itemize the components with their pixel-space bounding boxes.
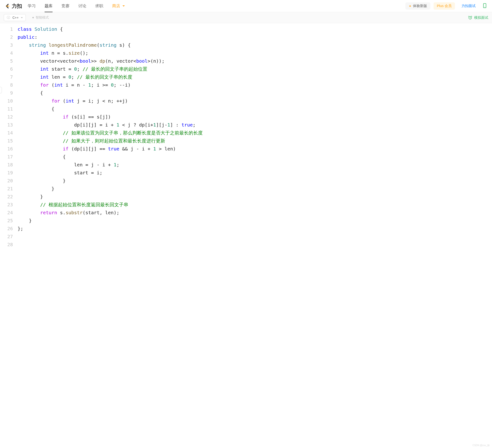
new-version-label: 体验新版	[413, 4, 427, 8]
chevron-down-icon	[21, 17, 23, 18]
smart-mode-indicator[interactable]: 智能模式	[32, 15, 49, 20]
code-line[interactable]: for (int j = i; j < n; ++j)	[18, 97, 492, 105]
line-number: 16	[0, 145, 13, 153]
leetcode-logo-icon	[5, 3, 10, 9]
interview-button[interactable]: 力扣面试	[458, 2, 479, 10]
line-number: 7	[0, 73, 13, 81]
line-number: 24	[0, 209, 13, 217]
new-version-button[interactable]: ✦ 体验新版	[405, 2, 430, 10]
panel-expand-handle[interactable]	[0, 87, 2, 94]
alarm-clock-icon	[468, 15, 472, 20]
code-line[interactable]: string longestPalindrome(string s) {	[18, 41, 492, 49]
line-number: 4	[0, 49, 13, 57]
mock-interview-button[interactable]: 模拟面试	[468, 15, 488, 20]
logo[interactable]: 力扣	[5, 3, 22, 10]
nav-problems[interactable]: 题库	[45, 0, 52, 12]
code-line[interactable]: }	[18, 177, 492, 185]
line-number: 12	[0, 113, 13, 121]
plus-button[interactable]: Plus 会员	[434, 2, 455, 10]
line-number: 13	[0, 121, 13, 129]
svg-point-1	[484, 7, 485, 7]
line-number: 25	[0, 217, 13, 225]
chevron-down-icon	[123, 5, 125, 7]
line-number: 1	[0, 25, 13, 33]
line-number: 15	[0, 137, 13, 145]
code-line[interactable]: int len = 0; // 最长的回文子串的长度	[18, 73, 492, 81]
code-line[interactable]: if (s[i] == s[j])	[18, 113, 492, 121]
editor-toolbar: ⓘ C++ 智能模式 模拟面试	[0, 12, 492, 23]
code-line[interactable]: }	[18, 193, 492, 201]
info-icon: ⓘ	[7, 15, 10, 20]
code-line[interactable]: start = i;	[18, 169, 492, 177]
code-line[interactable]: // 根据起始位置和长度返回最长回文子串	[18, 201, 492, 209]
sparkle-icon: ✦	[409, 4, 411, 8]
toolbar-left: ⓘ C++ 智能模式	[4, 14, 49, 21]
nav-contest[interactable]: 竞赛	[62, 0, 70, 12]
phone-icon[interactable]	[482, 3, 487, 9]
code-line[interactable]: }	[18, 217, 492, 225]
nav-jobs[interactable]: 求职	[95, 0, 103, 12]
nav-store[interactable]: 商店	[112, 0, 125, 12]
line-number: 23	[0, 201, 13, 209]
code-line[interactable]: }	[18, 185, 492, 193]
nav-discuss[interactable]: 讨论	[78, 0, 86, 12]
line-number: 20	[0, 177, 13, 185]
code-line[interactable]: int start = 0; // 最长的回文子串的起始位置	[18, 65, 492, 73]
line-number: 11	[0, 105, 13, 113]
code-line[interactable]: return s.substr(start, len);	[18, 209, 492, 217]
code-line[interactable]: // 如果该位置为回文子串，那么判断长度是否大于之前最长的长度	[18, 129, 492, 137]
status-dot-icon	[32, 17, 34, 18]
language-label: C++	[12, 16, 19, 20]
line-number-gutter: 1234567891011121314151617181920212223242…	[0, 25, 18, 249]
line-number: 14	[0, 129, 13, 137]
code-line[interactable]: {	[18, 89, 492, 97]
code-line[interactable]: vector<vector<bool>> dp(n, vector<bool>(…	[18, 57, 492, 65]
code-line[interactable]: public:	[18, 33, 492, 41]
main-nav: 学习 题库 竞赛 讨论 求职 商店	[28, 0, 405, 12]
code-line[interactable]: int n = s.size();	[18, 49, 492, 57]
code-editor[interactable]: 1234567891011121314151617181920212223242…	[0, 23, 492, 249]
header-actions: ✦ 体验新版 Plus 会员 力扣面试	[405, 2, 487, 10]
line-number: 17	[0, 153, 13, 161]
code-line[interactable]: if (dp[i][j] == true && j - i + 1 > len)	[18, 145, 492, 153]
main-header: 力扣 学习 题库 竞赛 讨论 求职 商店 ✦ 体验新版 Plus 会员 力扣面试	[0, 0, 492, 12]
code-line[interactable]: len = j - i + 1;	[18, 161, 492, 169]
code-content[interactable]: class Solution { public: string longestP…	[18, 25, 492, 249]
line-number: 21	[0, 185, 13, 193]
line-number: 26	[0, 225, 13, 233]
line-number: 6	[0, 65, 13, 73]
line-number: 27	[0, 233, 13, 240]
code-line[interactable]	[18, 240, 492, 249]
line-number: 2	[0, 33, 13, 41]
code-line[interactable]: dp[i][j] = i + 1 < j ? dp[i+1][j-1] : tr…	[18, 121, 492, 129]
logo-text: 力扣	[12, 3, 22, 10]
line-number: 3	[0, 41, 13, 49]
code-line[interactable]: {	[18, 105, 492, 113]
line-number: 19	[0, 169, 13, 177]
nav-study[interactable]: 学习	[28, 0, 36, 12]
line-number: 10	[0, 97, 13, 105]
line-number: 22	[0, 193, 13, 201]
code-line[interactable]	[18, 233, 492, 240]
code-line[interactable]: for (int i = n - 1; i >= 0; --i)	[18, 81, 492, 89]
mock-label: 模拟面试	[474, 15, 488, 20]
line-number: 18	[0, 161, 13, 169]
mode-label: 智能模式	[36, 15, 49, 20]
code-line[interactable]: class Solution {	[18, 25, 492, 33]
line-number: 28	[0, 240, 13, 249]
language-selector[interactable]: ⓘ C++	[4, 14, 26, 21]
line-number: 9	[0, 89, 13, 97]
code-line[interactable]: // 如果大于，则对起始位置和最长长度进行更新	[18, 137, 492, 145]
line-number: 5	[0, 57, 13, 65]
nav-store-label: 商店	[112, 3, 120, 9]
line-number: 8	[0, 81, 13, 89]
code-line[interactable]: };	[18, 225, 492, 233]
code-line[interactable]: {	[18, 153, 492, 161]
